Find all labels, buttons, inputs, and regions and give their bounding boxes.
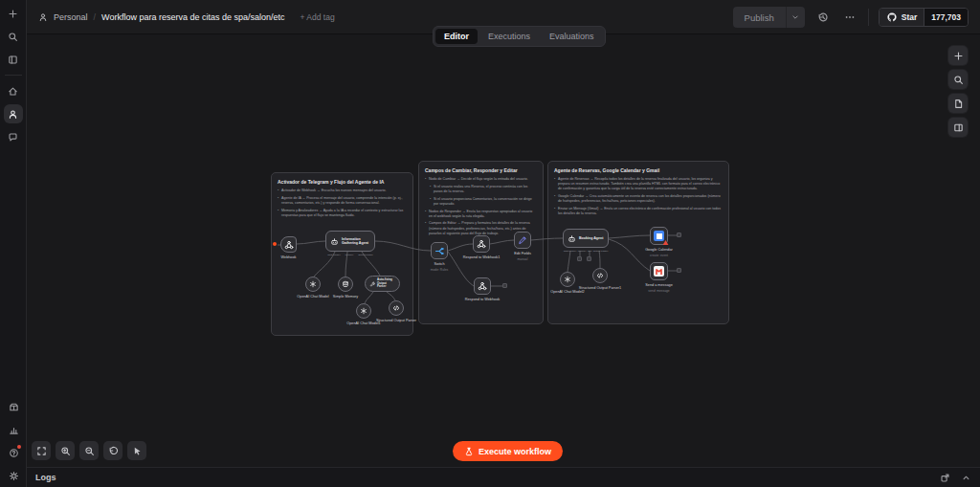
node-google-calendar[interactable]: Google Calendar create: event: [650, 227, 668, 245]
sticky-bullet: Nodo de Cambiar → Decide el flujo según …: [425, 177, 537, 182]
popout-icon: [940, 473, 950, 483]
library-button[interactable]: [4, 50, 23, 69]
execute-workflow-button[interactable]: Execute workflow: [453, 441, 563, 461]
port-memory[interactable]: Memory: [578, 250, 587, 253]
popout-logs-button[interactable]: [938, 471, 951, 484]
node-information-gathering-agent[interactable]: Information Gathering Agent Chat Model* …: [325, 231, 375, 252]
node-openai-chat-model[interactable]: OpenAI Chat Model: [305, 277, 321, 292]
github-star-widget[interactable]: Star 177,703: [879, 8, 969, 27]
node-webhook[interactable]: Webhook: [280, 236, 297, 253]
port-tool[interactable]: Tool: [588, 250, 592, 253]
logs-panel-header[interactable]: Logs: [27, 467, 980, 487]
tab-editor[interactable]: Editor: [435, 29, 478, 44]
search-button[interactable]: [4, 27, 23, 46]
node-label: Structured Output Parser: [366, 319, 427, 323]
tab-executions[interactable]: Executions: [479, 29, 539, 44]
publish-button[interactable]: Publish: [733, 7, 805, 28]
execute-workflow-label: Execute workflow: [479, 447, 551, 456]
add-connection-button[interactable]: [587, 256, 591, 261]
settings-icon: [9, 471, 19, 481]
tidy-up-button[interactable]: [127, 441, 146, 460]
sticky-bullet: Nodos de Responder → Envía las respuesta…: [425, 210, 537, 219]
node-autofixing-output-parser[interactable]: Auto-fixing Output Parser: [365, 276, 400, 292]
fit-view-button[interactable]: [32, 441, 51, 460]
expand-logs-button[interactable]: [959, 471, 972, 484]
undo-button[interactable]: [103, 441, 122, 460]
add-connection-button[interactable]: [677, 232, 681, 237]
add-connection-button[interactable]: [677, 268, 681, 273]
flask-icon: [464, 447, 474, 456]
user-icon: [8, 109, 18, 120]
node-sublabel: create: event: [629, 254, 690, 257]
workflow-title[interactable]: Workflow para reserva de citas de spa/sa…: [101, 12, 284, 22]
node-simple-memory[interactable]: Simple Memory: [338, 277, 353, 292]
sticky-bullet: Google Calendar → Crea automáticamente u…: [554, 194, 723, 204]
templates-icon: [9, 402, 19, 412]
node-structured-output-parser[interactable]: Structured Output Parser: [389, 300, 404, 316]
node-respond-to-webhook[interactable]: Respond to Webhook: [474, 277, 491, 295]
sticky-body: Activador de Webhook → Escucha los nuevo…: [278, 188, 407, 218]
new-workflow-button[interactable]: [4, 4, 23, 23]
add-connection-button[interactable]: [502, 283, 507, 288]
topbar-actions: Publish Star 177,703: [733, 0, 969, 34]
add-tag-button[interactable]: + Add tag: [300, 12, 334, 22]
sidebar-item-templates[interactable]: [4, 397, 23, 416]
openai-icon: [360, 307, 368, 315]
node-booking-agent[interactable]: Booking Agent Chat Model* Memory Tool Ou…: [563, 229, 609, 248]
node-label: Respond to Webhook: [452, 298, 513, 302]
port-chat-model[interactable]: Chat Model*: [564, 250, 577, 253]
more-options-button[interactable]: [841, 9, 858, 26]
canvas-side-toolbar: [948, 46, 968, 137]
add-connection-button[interactable]: [577, 256, 582, 261]
port-memory[interactable]: Memory: [345, 254, 354, 256]
github-star-count: 177,703: [924, 9, 968, 26]
node-label: Information Gathering Agent: [342, 237, 370, 246]
add-node-button[interactable]: [948, 46, 968, 65]
sidebar-item-whats-new[interactable]: [4, 443, 23, 462]
node-label: Webhook: [258, 255, 320, 260]
sidebar-item-insights[interactable]: [4, 420, 23, 439]
columns-icon: [953, 122, 964, 133]
canvas-zoom-toolbar: [32, 441, 146, 460]
logs-actions: [938, 471, 972, 484]
node-label: Booking Agent: [579, 236, 603, 240]
help-icon: [9, 448, 19, 458]
openai-icon: [309, 280, 317, 288]
wrench-icon: [369, 281, 375, 287]
code-brackets-icon: [596, 272, 604, 279]
zoom-out-icon: [84, 446, 95, 456]
sidebar-item-settings[interactable]: [4, 466, 23, 485]
node-label: Auto-fixing Output Parser: [377, 278, 395, 289]
tab-evaluations[interactable]: Evaluations: [541, 29, 603, 44]
node-openai-chat-model1[interactable]: OpenAI Chat Model1: [356, 303, 371, 319]
sticky-bullet: Agente de IA → Procesa el mensaje del us…: [278, 196, 407, 206]
add-sticky-button[interactable]: [948, 94, 968, 113]
publish-dropdown[interactable]: [786, 7, 805, 28]
search-nodes-button[interactable]: [948, 70, 968, 89]
sidebar-bottom-group: [0, 393, 27, 485]
toggle-panel-button[interactable]: [948, 118, 968, 137]
zoom-out-button[interactable]: [79, 441, 99, 460]
node-structured-output-parser1[interactable]: Structured Output Parser1: [592, 268, 608, 283]
node-send-a-message[interactable]: Send a message send: message: [650, 262, 668, 280]
node-switch[interactable]: Switch mode: Rules: [431, 242, 448, 259]
database-icon: [342, 280, 349, 288]
sidebar-item-home[interactable]: [4, 81, 23, 100]
breadcrumb-project[interactable]: Personal: [54, 12, 88, 22]
topbar-divider: [868, 9, 869, 26]
port-output-parser[interactable]: Output Parser: [358, 254, 373, 256]
breadcrumb: Personal / Workflow para reserva de cita…: [38, 12, 335, 22]
sidebar-item-chat[interactable]: [4, 127, 23, 146]
port-chat-model[interactable]: Chat Model*: [327, 254, 341, 256]
webhook-icon: [477, 239, 486, 249]
sidebar-item-personal[interactable]: [4, 104, 23, 123]
zoom-in-button[interactable]: [56, 441, 75, 460]
node-edit-fields[interactable]: Edit Fields manual: [514, 232, 531, 249]
node-respond-to-webhook1[interactable]: Respond to Webhook1: [473, 235, 490, 253]
port-output-parser[interactable]: Output Parser: [593, 250, 609, 253]
sticky-bullet: Memoria y Analizadores → Ayuda a la IA a…: [278, 209, 407, 218]
sticky-bullet: Si el usuario proporciona Comentarios, l…: [430, 197, 537, 207]
publish-label: Publish: [733, 7, 786, 28]
workflow-history-button[interactable]: [814, 9, 832, 26]
sticky-bullet: Si el usuario realiza una Reserva, el pr…: [430, 185, 537, 194]
